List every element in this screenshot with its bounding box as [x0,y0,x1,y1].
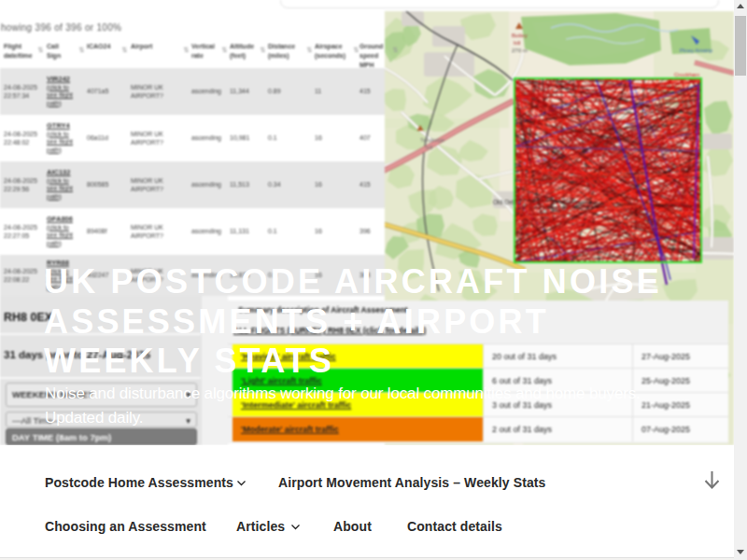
svg-text:hill: hill [514,40,520,46]
svg-text:Piney Airstrip: Piney Airstrip [680,48,713,53]
svg-text:Tandridge: Tandridge [420,137,445,143]
svg-text:hill: hill [426,145,432,150]
svg-text:270 m: 270 m [512,48,528,53]
svg-text:Crockham: Crockham [674,72,699,77]
svg-text:Botley: Botley [512,33,528,38]
